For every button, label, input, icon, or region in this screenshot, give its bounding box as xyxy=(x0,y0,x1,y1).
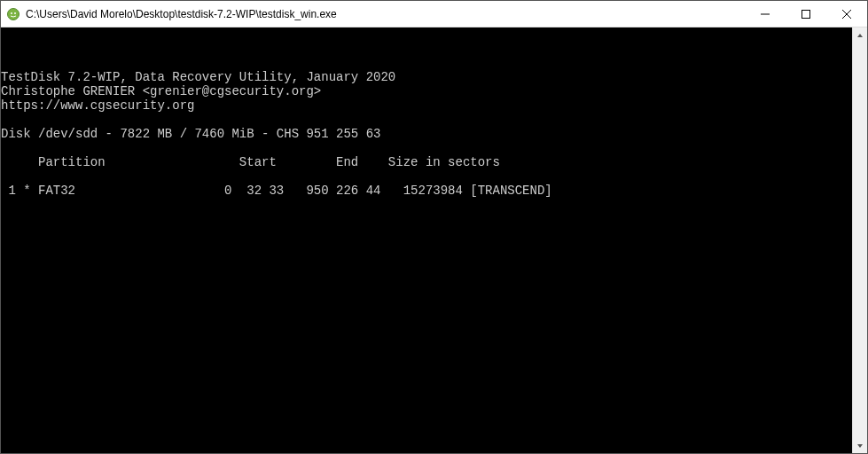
app-window: C:\Users\David Morelo\Desktop\testdisk-7… xyxy=(0,0,868,454)
console-output[interactable]: TestDisk 7.2-WIP, Data Recovery Utility,… xyxy=(1,27,852,453)
svg-point-1 xyxy=(11,12,12,14)
scroll-up-button[interactable] xyxy=(853,27,867,43)
svg-marker-8 xyxy=(857,444,863,448)
scroll-down-button[interactable] xyxy=(853,438,867,453)
maximize-button[interactable] xyxy=(786,1,826,27)
app-icon xyxy=(6,7,20,21)
minimize-button[interactable] xyxy=(745,1,786,27)
svg-point-2 xyxy=(14,12,16,14)
svg-point-0 xyxy=(8,8,20,20)
svg-rect-4 xyxy=(802,10,810,18)
window-controls xyxy=(745,1,867,27)
app-header-line2: Christophe GRENIER <grenier@cgsecurity.o… xyxy=(1,84,321,98)
close-button[interactable] xyxy=(826,1,867,27)
window-title: C:\Users\David Morelo\Desktop\testdisk-7… xyxy=(26,8,745,20)
svg-marker-7 xyxy=(857,34,863,37)
vertical-scrollbar[interactable] xyxy=(852,27,867,453)
app-header-line1: TestDisk 7.2-WIP, Data Recovery Utility,… xyxy=(1,70,395,84)
console-spacer xyxy=(1,198,852,453)
client-area: TestDisk 7.2-WIP, Data Recovery Utility,… xyxy=(1,27,867,453)
app-header-line3: https://www.cgsecurity.org xyxy=(1,98,194,113)
partition-row[interactable]: 1 * FAT32 0 32 33 950 226 44 15273984 [T… xyxy=(1,184,552,198)
partition-table-header: Partition Start End Size in sectors xyxy=(1,155,500,169)
disk-info: Disk /dev/sdd - 7822 MB / 7460 MiB - CHS… xyxy=(1,127,380,141)
titlebar[interactable]: C:\Users\David Morelo\Desktop\testdisk-7… xyxy=(1,1,867,27)
scroll-track[interactable] xyxy=(853,43,867,438)
